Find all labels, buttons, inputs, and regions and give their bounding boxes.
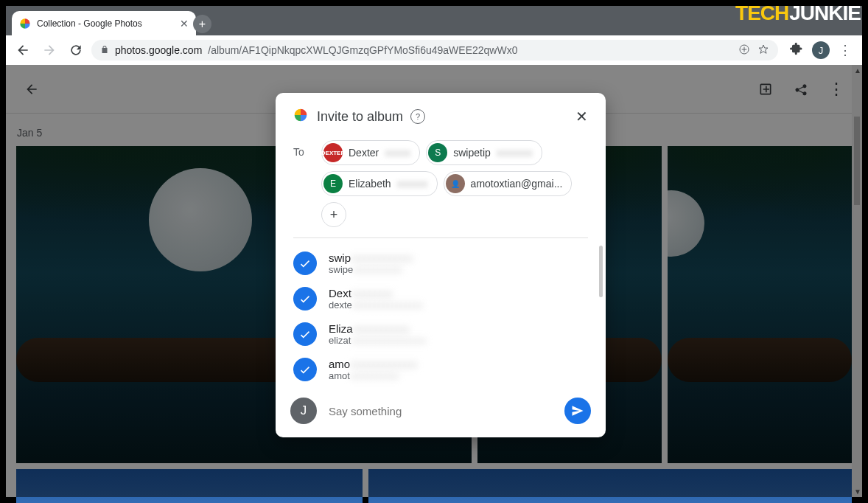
chip-name: amotoxtian@gmai... [471,178,563,190]
chrome-menu-icon[interactable]: ⋮ [839,42,852,58]
avatar-icon: S [428,143,447,162]
profile-avatar[interactable]: J [812,41,830,59]
recipient-chip[interactable]: S swipetip xxxxxxx [426,140,542,165]
divider [293,237,588,238]
avatar-icon: E [323,174,343,193]
suggestion-name: amo [329,358,350,370]
tab-favicon [19,18,31,30]
avatar-icon: DEXTER [323,143,343,162]
send-button[interactable] [564,398,591,424]
suggestion-item[interactable]: amoxxxxxxxxxxxxx amotxxxxxxxxxxx [276,352,606,387]
tab-close-icon[interactable]: ✕ [180,18,189,30]
nav-forward-icon [38,39,60,61]
suggestion-item[interactable]: Elizaxxxxxxxxxxx elizatxxxxxxxxxxxxxxxxx [276,316,606,352]
suggestion-email: dexte [329,299,352,311]
lock-icon [100,45,109,56]
suggestion-email-blur: xxxxxxxxxxxxxxxxx [351,335,426,346]
recipient-chips: DEXTER Dexter xxxxx S swipetip xxxxxxx E… [321,140,588,227]
recipient-chip[interactable]: DEXTER Dexter xxxxx [321,140,420,165]
photos-logo-icon [293,108,308,125]
invite-modal: Invite to album ? ✕ To DEXTER Dexter xxx… [276,93,606,437]
compose-avatar-initial: J [301,403,307,418]
suggestion-name: Dext [329,287,351,299]
modal-title: Invite to album [317,109,403,125]
suggestion-name-blur: xxxxxxxx [351,287,393,299]
suggestion-name-blur: xxxxxxxxxxxx [351,252,413,264]
selected-check-icon [293,358,317,381]
browser-toolbar: photos.google.com/album/AF1QipNkqpcXWLQJ… [6,35,862,66]
suggestion-list[interactable]: swipxxxxxxxxxxxx swipexxxxxxxxxxx Dextxx… [276,243,606,387]
suggestion-name-blur: xxxxxxxxxxx [353,322,410,335]
suggestion-item[interactable]: swipxxxxxxxxxxxx swipexxxxxxxxxxx [276,246,606,281]
bookmark-star-icon[interactable] [757,44,769,58]
selected-check-icon [293,322,317,346]
install-app-icon[interactable] [738,44,750,58]
nav-back-icon[interactable] [12,39,34,61]
suggestion-email: elizat [329,335,351,346]
help-icon[interactable]: ? [410,109,425,124]
avatar-icon: 👤 [446,174,465,193]
brand-part1: TECH [735,1,788,25]
chip-name: swipetip [453,147,491,159]
chip-name: Dexter [349,147,379,159]
chip-obscured: xxxxxxx [497,147,533,159]
chip-name: Elizabeth [349,178,391,190]
address-bar[interactable]: photos.google.com/album/AF1QipNkqpcXWLQJ… [91,40,778,60]
suggestion-item[interactable]: Dextxxxxxxxx dextexxxxxxxxxxxxxxxx [276,281,606,316]
url-origin: photos.google.com [115,44,202,56]
compose-avatar: J [290,398,317,424]
browser-tab[interactable]: Collection - Google Photos ✕ [12,11,196,35]
to-label: To [293,140,312,158]
browser-window: Collection - Google Photos ✕ + photos.go… [6,6,862,497]
new-tab-button[interactable]: + [193,15,211,33]
extensions-icon[interactable] [790,42,803,58]
selected-check-icon [293,252,317,275]
suggestion-scrollbar[interactable] [599,246,603,297]
recipient-chip[interactable]: E Elizabeth xxxxxx [321,171,438,196]
compose-row: J [276,387,606,437]
url-path: /album/AF1QipNkqpcXWLQJGmzqGPfYMoSfi6u49… [208,44,517,56]
modal-header: Invite to album ? ✕ [276,93,606,131]
tab-strip: Collection - Google Photos ✕ + [6,6,862,35]
close-icon[interactable]: ✕ [575,108,588,125]
tab-title: Collection - Google Photos [37,18,180,29]
brand-part2: JUNKIE [789,1,861,25]
suggestion-email: swipe [329,264,353,275]
add-recipient-button[interactable]: + [321,202,346,227]
profile-initial: J [819,45,824,56]
suggestion-name-blur: xxxxxxxxxxxxx [350,358,417,370]
suggestion-email-blur: xxxxxxxxxxxxxxxx [352,299,423,311]
suggestion-name: swip [329,252,351,264]
recipients-row: To DEXTER Dexter xxxxx S swipetip xxxxxx… [276,131,606,237]
selected-check-icon [293,287,317,311]
nav-reload-icon[interactable] [65,39,87,61]
brand-watermark: TECH JUNKIE [735,1,861,25]
suggestion-email-blur: xxxxxxxxxxx [353,264,402,275]
suggestion-name: Eliza [329,322,353,335]
chip-obscured: xxxxxx [397,178,428,190]
chip-obscured: xxxxx [385,147,410,159]
recipient-chip[interactable]: 👤 amotoxtian@gmai... [444,171,573,196]
suggestion-email: amot [329,370,350,381]
message-input[interactable] [327,404,554,418]
suggestion-email-blur: xxxxxxxxxxx [350,370,399,381]
